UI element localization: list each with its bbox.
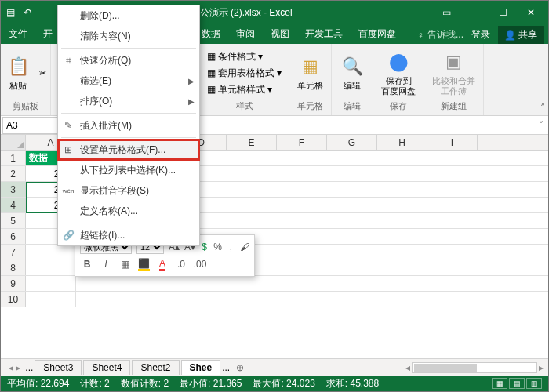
status-bar: 平均值: 22.694 计数: 2 数值计数: 2 最小值: 21.365 最大… bbox=[1, 376, 548, 391]
ribbon-options-icon[interactable]: ▭ bbox=[432, 1, 460, 24]
ctx-hyperlink[interactable]: 🔗超链接(I)... bbox=[58, 225, 199, 245]
format-painter-icon[interactable]: 🖌 bbox=[240, 240, 249, 254]
new-sheet-icon[interactable]: ⊕ bbox=[231, 362, 249, 373]
table-format-icon: ▦ bbox=[207, 67, 216, 78]
ctx-clear[interactable]: 清除内容(N) bbox=[58, 26, 199, 46]
ctx-define-name[interactable]: 定义名称(A)... bbox=[58, 201, 199, 221]
bold-icon[interactable]: B bbox=[80, 257, 94, 271]
font-color-icon[interactable]: A bbox=[155, 257, 169, 271]
tab-review[interactable]: 审阅 bbox=[228, 24, 263, 44]
view-break-icon[interactable]: ▥ bbox=[526, 378, 542, 389]
quick-analysis-icon: ⌗ bbox=[61, 55, 75, 66]
table-format[interactable]: ▦套用表格格式▾ bbox=[205, 66, 284, 81]
cell-style-icon: ▦ bbox=[207, 84, 216, 95]
tell-me[interactable]: 告诉我... bbox=[427, 28, 464, 42]
ctx-pick-from-list[interactable]: 从下拉列表中选择(K)... bbox=[58, 160, 199, 180]
comma-icon[interactable]: , bbox=[227, 240, 235, 254]
maximize-icon[interactable]: ☐ bbox=[489, 1, 517, 24]
h-scrollbar[interactable] bbox=[412, 362, 537, 373]
cond-format-icon: ▦ bbox=[207, 51, 216, 62]
status-avg: 平均值: 22.694 bbox=[7, 377, 69, 390]
minimize-icon[interactable]: ― bbox=[460, 1, 489, 24]
group-clipboard: 剪贴板 bbox=[13, 99, 38, 114]
ctx-delete[interactable]: 删除(D)... bbox=[58, 5, 199, 26]
save-icon[interactable]: ▤ bbox=[4, 6, 16, 19]
chevron-right-icon: ▶ bbox=[188, 97, 195, 106]
baidu-icon: ⬤ bbox=[386, 49, 411, 74]
sheet-nav[interactable]: ◂ ▸ bbox=[5, 362, 24, 373]
name-box[interactable]: A3 bbox=[2, 117, 59, 134]
find-icon: 🔍 bbox=[340, 54, 365, 79]
tab-file[interactable]: 文件 bbox=[1, 24, 35, 44]
select-all-corner[interactable] bbox=[1, 135, 26, 150]
status-min: 最小值: 21.365 bbox=[180, 377, 242, 390]
baidu-save-button[interactable]: ⬤ 保存到 百度网盘 bbox=[378, 48, 419, 98]
tab-dev[interactable]: 开发工具 bbox=[297, 24, 351, 44]
cells-button[interactable]: ▦ 单元格 bbox=[294, 53, 326, 93]
link-icon: 🔗 bbox=[61, 230, 75, 241]
tab-view[interactable]: 视图 bbox=[263, 24, 297, 44]
editing-button[interactable]: 🔍 编辑 bbox=[336, 53, 368, 93]
ctx-format-cells[interactable]: ⊞设置单元格格式(F)... bbox=[58, 140, 199, 160]
close-icon[interactable]: ✕ bbox=[517, 1, 545, 24]
sheet-tab-active[interactable]: Shee bbox=[181, 360, 221, 375]
ctx-sort[interactable]: 排序(O)▶ bbox=[58, 91, 199, 111]
chevron-right-icon: ▶ bbox=[188, 77, 195, 85]
currency-icon[interactable]: $ bbox=[200, 240, 209, 254]
undo-icon[interactable]: ↶ bbox=[21, 6, 34, 19]
group-styles: 样式 bbox=[236, 99, 253, 114]
decrease-decimal-icon[interactable]: .0 bbox=[174, 257, 188, 271]
percent-icon[interactable]: % bbox=[213, 240, 222, 254]
tellme-icon[interactable]: ♀ bbox=[417, 30, 424, 41]
pinyin-icon: wén bbox=[61, 187, 75, 194]
cond-format[interactable]: ▦条件格式▾ bbox=[205, 49, 284, 64]
status-numcount: 数值计数: 2 bbox=[121, 377, 169, 390]
status-sum: 求和: 45.388 bbox=[326, 377, 379, 390]
comment-icon: ✎ bbox=[61, 120, 75, 131]
format-cells-icon: ⊞ bbox=[61, 144, 75, 155]
view-normal-icon[interactable]: ▦ bbox=[492, 378, 507, 389]
view-layout-icon[interactable]: ▤ bbox=[509, 378, 525, 389]
context-menu: 删除(D)... 清除内容(N) ⌗快速分析(Q) 筛选(E)▶ 排序(O)▶ … bbox=[57, 5, 200, 246]
fill-color-icon[interactable]: ⬛ bbox=[136, 257, 151, 271]
login-link[interactable]: 登录 bbox=[471, 28, 490, 42]
ctx-insert-comment[interactable]: ✎插入批注(M) bbox=[58, 115, 199, 136]
cells-icon: ▦ bbox=[298, 54, 323, 79]
ctx-quick-analysis[interactable]: ⌗快速分析(Q) bbox=[58, 50, 199, 71]
sheet-tab[interactable]: Sheet2 bbox=[132, 360, 179, 375]
paste-button[interactable]: 📋 粘贴 bbox=[2, 53, 34, 93]
sheet-tab[interactable]: Sheet3 bbox=[35, 360, 82, 375]
border-icon[interactable]: ▦ bbox=[118, 257, 132, 271]
increase-decimal-icon[interactable]: .00 bbox=[193, 257, 207, 271]
sheet-tab[interactable]: Sheet4 bbox=[83, 360, 130, 375]
tab-baidu[interactable]: 百度网盘 bbox=[351, 24, 404, 44]
status-count: 计数: 2 bbox=[80, 377, 109, 390]
status-max: 最大值: 24.023 bbox=[253, 377, 314, 390]
cell-style[interactable]: ▦单元格样式▾ bbox=[205, 82, 284, 97]
compare-icon: ▣ bbox=[442, 49, 467, 74]
share-button[interactable]: 👤共享 bbox=[498, 26, 544, 44]
italic-icon[interactable]: I bbox=[99, 257, 113, 271]
ctx-show-pinyin[interactable]: wén显示拼音字段(S) bbox=[58, 180, 199, 201]
collapse-ribbon-icon[interactable]: ˄ bbox=[540, 103, 545, 114]
cut-icon[interactable]: ✂ bbox=[37, 67, 49, 79]
person-icon: 👤 bbox=[504, 30, 516, 41]
expand-fx-icon[interactable]: ˅ bbox=[534, 120, 548, 131]
clipboard-icon: 📋 bbox=[5, 54, 31, 79]
compare-button[interactable]: ▣ 比较和合并 工作簿 bbox=[429, 48, 478, 98]
ctx-filter[interactable]: 筛选(E)▶ bbox=[58, 71, 199, 91]
